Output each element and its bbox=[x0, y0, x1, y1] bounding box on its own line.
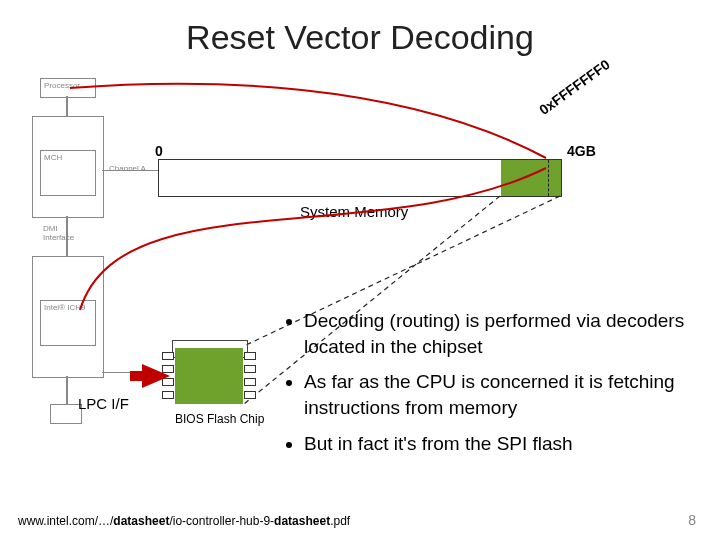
mem-top-label: 4GB bbox=[567, 143, 596, 159]
footer-citation: www.intel.com/…/datasheet/io-controller-… bbox=[18, 514, 350, 528]
reset-vector-marker bbox=[548, 160, 549, 196]
page-number: 8 bbox=[688, 512, 696, 528]
mem-zero-label: 0 bbox=[155, 143, 163, 159]
cpu-label: Processor bbox=[41, 79, 95, 94]
slide-title: Reset Vector Decoding bbox=[0, 18, 720, 57]
connector bbox=[66, 376, 68, 404]
channel-line bbox=[102, 170, 158, 171]
memory-top-region bbox=[501, 160, 561, 196]
chip-pin bbox=[162, 391, 174, 399]
ich-label: Intel® ICH9 bbox=[41, 301, 95, 316]
dmi-label: DMI Interface bbox=[40, 222, 76, 246]
lpc-to-flash-arrow bbox=[142, 364, 170, 388]
chip-pin bbox=[244, 391, 256, 399]
chip-pin bbox=[244, 352, 256, 360]
reset-vector-address: 0xFFFFFFF0 bbox=[536, 56, 613, 118]
bullet-list: Decoding (routing) is performed via deco… bbox=[280, 308, 690, 466]
bullet-item: As far as the CPU is concerned it is fet… bbox=[304, 369, 690, 420]
memory-bar bbox=[158, 159, 562, 197]
system-memory-label: System Memory bbox=[300, 203, 408, 220]
mch-box: MCH bbox=[40, 150, 96, 196]
cpu-box: Processor bbox=[40, 78, 96, 98]
chip-pin bbox=[162, 352, 174, 360]
connector bbox=[66, 216, 68, 256]
bullet-item: Decoding (routing) is performed via deco… bbox=[304, 308, 690, 359]
chip-pin bbox=[244, 378, 256, 386]
connector bbox=[66, 96, 68, 116]
chip-pin bbox=[244, 365, 256, 373]
mch-label: MCH bbox=[41, 151, 95, 166]
ich-box: Intel® ICH9 bbox=[40, 300, 96, 346]
bullet-item: But in fact it's from the SPI flash bbox=[304, 431, 690, 457]
bios-chip-label: BIOS Flash Chip bbox=[175, 412, 264, 426]
bios-flash-chip bbox=[175, 348, 243, 404]
lpc-label: LPC I/F bbox=[78, 395, 129, 412]
